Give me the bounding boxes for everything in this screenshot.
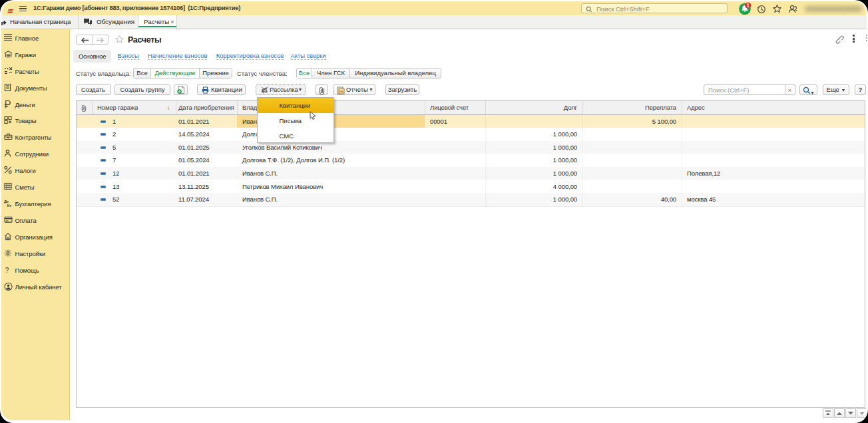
svg-text:1: 1 — [747, 3, 750, 9]
svg-text:?: ? — [5, 266, 9, 273]
svg-text:Кт: Кт — [7, 204, 12, 207]
